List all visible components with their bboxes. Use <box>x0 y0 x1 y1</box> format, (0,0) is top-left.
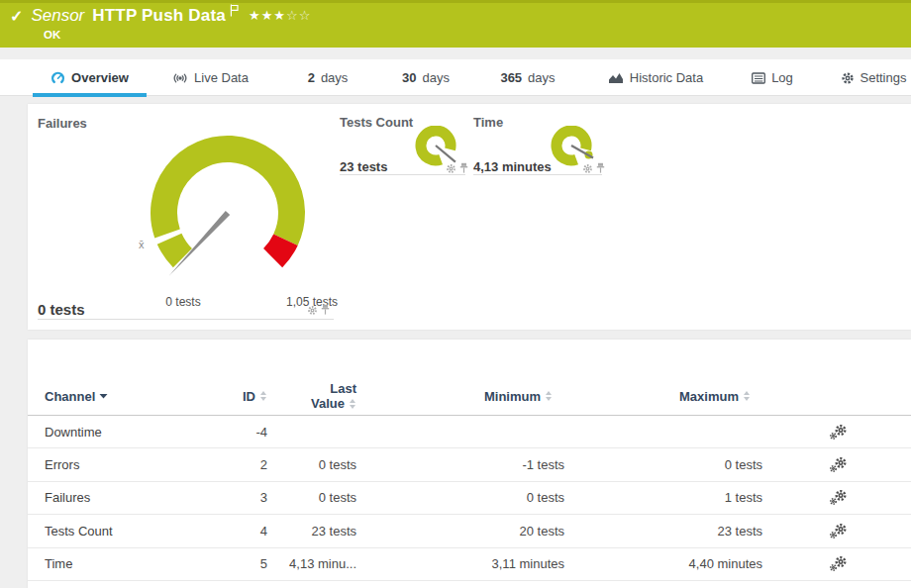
tab-365-days[interactable]: 365 days <box>487 59 568 96</box>
last-value-cell: 4,13 minu... <box>267 556 356 571</box>
tab-settings[interactable]: Settings <box>834 59 911 96</box>
pin-icon[interactable] <box>596 162 605 174</box>
tab-number: 2 <box>308 70 315 85</box>
log-list-icon <box>752 72 765 84</box>
channels-table-panel: Channel ID Last Value Minimum Maximum Do… <box>28 340 911 588</box>
minimum-cell: 20 tests <box>356 524 564 539</box>
tab-number: 365 <box>500 70 522 85</box>
channel-name-cell: Errors <box>45 457 213 472</box>
sensor-type-label: Sensor <box>31 6 84 26</box>
stars-empty: ☆☆ <box>286 8 311 23</box>
pin-icon[interactable] <box>321 304 330 316</box>
maximum-cell: 0 tests <box>564 457 762 472</box>
section-divider <box>38 319 334 320</box>
tab-label: Historic Data <box>630 70 703 85</box>
channel-id-cell: -4 <box>213 425 267 440</box>
minimum-cell: -1 tests <box>356 457 564 472</box>
column-header-minimum[interactable]: Minimum <box>356 389 564 404</box>
maximum-cell: 4,40 minutes <box>564 556 762 571</box>
tab-live-data[interactable]: Live Data <box>158 59 262 96</box>
sort-icon <box>743 390 751 402</box>
last-value-cell: 0 tests <box>267 457 356 472</box>
last-value-cell: 0 tests <box>267 490 356 505</box>
gauges-panel: Failures x̄ 0 tests 1,05 tests 0 tests T… <box>28 104 911 330</box>
column-header-last-value[interactable]: Last Value <box>267 381 356 411</box>
column-header-id[interactable]: ID <box>213 389 267 404</box>
table-row[interactable]: Downtime -4 <box>28 416 911 448</box>
maximum-cell: 23 tests <box>564 524 762 539</box>
maximum-cell: 1 tests <box>564 490 762 505</box>
channel-name-cell: Tests Count <box>45 524 213 539</box>
header-top-strip <box>0 0 911 3</box>
table-row[interactable]: Failures 3 0 tests 0 tests 1 tests <box>28 482 911 515</box>
pin-icon[interactable] <box>459 162 468 174</box>
tab-log[interactable]: Log <box>742 59 803 96</box>
average-marker: x̄ <box>139 239 145 250</box>
table-row[interactable]: Errors 2 0 tests -1 tests 0 tests <box>28 448 911 481</box>
channel-id-cell: 4 <box>213 524 267 539</box>
channel-settings-icon[interactable] <box>829 456 848 473</box>
gear-icon[interactable] <box>582 163 593 174</box>
section-divider <box>340 174 465 175</box>
table-row[interactable]: Tests Count 4 23 tests 20 tests 23 tests <box>28 515 911 547</box>
sort-icon <box>259 390 267 402</box>
channel-id-cell: 5 <box>213 556 267 571</box>
gauge-tests-count-label: Tests Count <box>340 115 413 130</box>
minimum-cell: 0 tests <box>356 490 564 505</box>
section-divider <box>473 174 602 175</box>
tab-bar: Overview Live Data 2 days 30 days 365 da… <box>0 59 911 96</box>
channel-name-cell: Failures <box>45 490 213 505</box>
channel-settings-icon[interactable] <box>829 555 848 572</box>
chart-icon <box>608 71 624 84</box>
column-header-maximum[interactable]: Maximum <box>564 389 762 404</box>
tab-number: 30 <box>402 70 416 85</box>
status-badge: OK <box>44 29 60 41</box>
channel-settings-icon[interactable] <box>829 424 848 441</box>
tab-2-days[interactable]: 2 days <box>294 59 361 96</box>
flag-icon[interactable] <box>230 3 239 21</box>
status-check-icon: ✓ <box>10 7 23 26</box>
gauge-failures-label: Failures <box>38 116 87 131</box>
last-value-cell: 23 tests <box>267 524 356 539</box>
table-row[interactable]: Time 5 4,13 minu... 3,11 minutes 4,40 mi… <box>28 548 911 581</box>
gauge-time-label: Time <box>473 115 503 130</box>
channel-id-cell: 2 <box>213 457 267 472</box>
channel-name-cell: Downtime <box>45 425 213 440</box>
tab-label: Overview <box>71 70 129 85</box>
gauge-min-label: 0 tests <box>153 295 213 309</box>
channel-settings-icon[interactable] <box>829 523 848 539</box>
gauge-icon <box>51 70 65 85</box>
tab-label: days <box>528 70 555 85</box>
tests-count-gauge-actions <box>446 162 468 174</box>
tab-label: Log <box>771 70 793 85</box>
sensor-header: ✓ Sensor HTTP Push Data ★★★☆☆ OK <box>0 0 911 48</box>
tab-label: Settings <box>860 70 907 85</box>
minimum-cell: 3,11 minutes <box>356 556 564 571</box>
sort-icon <box>545 390 553 402</box>
broadcast-icon <box>172 72 188 84</box>
tab-overview[interactable]: Overview <box>33 59 147 96</box>
tab-label: days <box>423 70 450 85</box>
gear-icon[interactable] <box>307 305 318 316</box>
failures-value: 0 tests <box>38 301 85 318</box>
time-gauge-actions <box>582 162 605 174</box>
sort-icon <box>349 398 356 410</box>
page-title: HTTP Push Data <box>92 6 226 26</box>
tests-count-value: 23 tests <box>340 159 387 174</box>
failures-gauge <box>139 122 327 310</box>
tab-historic-data[interactable]: Historic Data <box>595 59 716 96</box>
channel-id-cell: 3 <box>213 490 267 505</box>
channel-settings-icon[interactable] <box>829 489 848 506</box>
sort-desc-icon <box>99 393 108 399</box>
stars-filled: ★★★ <box>249 8 286 23</box>
failures-gauge-actions <box>307 304 330 316</box>
gear-icon[interactable] <box>446 163 456 174</box>
time-value: 4,13 minutes <box>473 159 552 174</box>
channel-name-cell: Time <box>45 556 213 571</box>
tab-30-days[interactable]: 30 days <box>390 59 461 96</box>
column-header-channel[interactable]: Channel <box>45 389 213 404</box>
tab-label: days <box>321 70 348 85</box>
priority-stars[interactable]: ★★★☆☆ <box>249 8 311 23</box>
tab-label: Live Data <box>194 70 249 85</box>
table-body: Downtime -4 Errors 2 0 tests -1 tests 0 … <box>28 416 911 581</box>
